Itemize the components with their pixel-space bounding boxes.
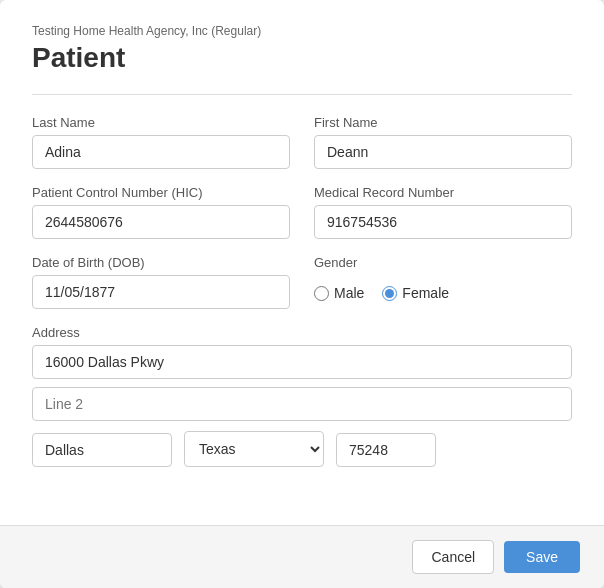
first-name-label: First Name	[314, 115, 572, 130]
agency-name: Testing Home Health Agency, Inc (Regular…	[32, 24, 572, 38]
zip-input[interactable]	[336, 433, 436, 467]
last-name-group: Last Name	[32, 115, 290, 169]
mrn-input[interactable]	[314, 205, 572, 239]
modal-body: Testing Home Health Agency, Inc (Regular…	[0, 0, 604, 525]
gender-female-label: Female	[402, 285, 449, 301]
pcn-label: Patient Control Number (HIC)	[32, 185, 290, 200]
gender-male-label: Male	[334, 285, 364, 301]
address-group: Address	[32, 325, 572, 421]
dob-group: Date of Birth (DOB)	[32, 255, 290, 309]
gender-female-radio[interactable]	[382, 286, 397, 301]
modal-footer: Cancel Save	[0, 525, 604, 588]
city-state-zip-row: AlabamaAlaskaArizonaArkansasCaliforniaCo…	[32, 431, 572, 467]
save-button[interactable]: Save	[504, 541, 580, 573]
name-row: Last Name First Name	[32, 115, 572, 169]
last-name-input[interactable]	[32, 135, 290, 169]
address2-input[interactable]	[32, 387, 572, 421]
patient-modal: Testing Home Health Agency, Inc (Regular…	[0, 0, 604, 588]
cancel-button[interactable]: Cancel	[412, 540, 494, 574]
address1-input[interactable]	[32, 345, 572, 379]
gender-label: Gender	[314, 255, 572, 270]
address-label: Address	[32, 325, 572, 340]
gender-female-option[interactable]: Female	[382, 285, 449, 301]
first-name-group: First Name	[314, 115, 572, 169]
gender-group: Gender Male Female	[314, 255, 572, 309]
pcn-input[interactable]	[32, 205, 290, 239]
city-input[interactable]	[32, 433, 172, 467]
gender-male-radio[interactable]	[314, 286, 329, 301]
mrn-label: Medical Record Number	[314, 185, 572, 200]
first-name-input[interactable]	[314, 135, 572, 169]
section-divider	[32, 94, 572, 95]
page-title: Patient	[32, 42, 572, 74]
pcn-mrn-row: Patient Control Number (HIC) Medical Rec…	[32, 185, 572, 239]
mrn-group: Medical Record Number	[314, 185, 572, 239]
state-select[interactable]: AlabamaAlaskaArizonaArkansasCaliforniaCo…	[184, 431, 324, 467]
gender-male-option[interactable]: Male	[314, 285, 364, 301]
dob-label: Date of Birth (DOB)	[32, 255, 290, 270]
last-name-label: Last Name	[32, 115, 290, 130]
pcn-group: Patient Control Number (HIC)	[32, 185, 290, 239]
dob-input[interactable]	[32, 275, 290, 309]
gender-options: Male Female	[314, 285, 572, 301]
dob-gender-row: Date of Birth (DOB) Gender Male Female	[32, 255, 572, 309]
